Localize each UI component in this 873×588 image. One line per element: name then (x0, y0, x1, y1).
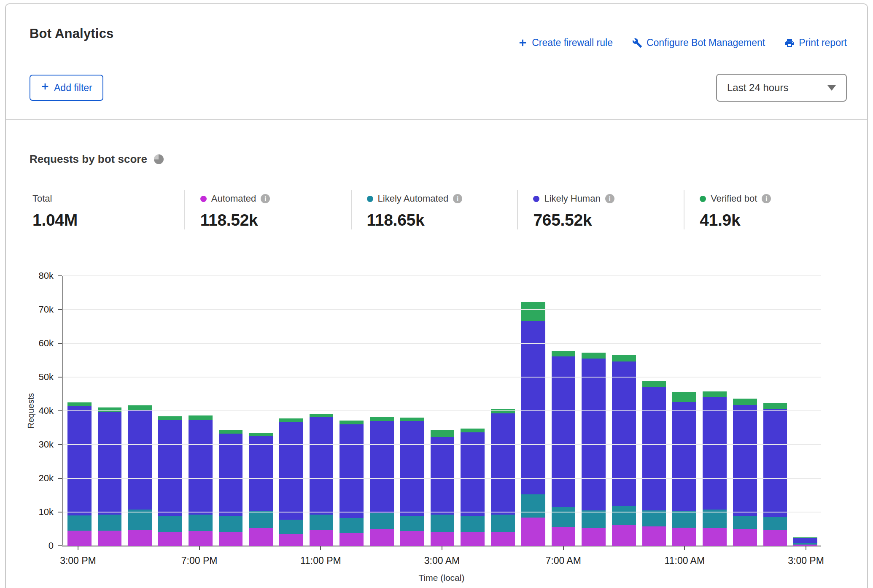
bar-segment-automated (189, 531, 213, 546)
y-tick-label: 10k (16, 507, 54, 518)
bar-segment-likely-automated (340, 518, 364, 532)
info-icon[interactable]: i (605, 194, 614, 203)
bar-segment-likely-automated (672, 511, 696, 527)
stat-value: 1.04M (32, 211, 184, 229)
x-tick-label: 7:00 PM (181, 555, 218, 566)
bar-segment-likely-human (582, 359, 606, 510)
filter-row: Add filter Last 24 hours (30, 74, 847, 102)
bar-segment-likely-automated (552, 507, 576, 527)
bar-segment-verified-bot (128, 405, 152, 410)
stat-value: 118.65k (367, 211, 517, 229)
header-divider (6, 119, 867, 120)
add-filter-button[interactable]: Add filter (30, 75, 103, 101)
plus-icon (40, 82, 50, 94)
bar-segment-verified-bot (733, 399, 757, 405)
y-tick (58, 309, 62, 310)
bar-segment-likely-human (552, 356, 576, 507)
y-tick-label: 50k (16, 372, 54, 383)
plus-icon (518, 38, 528, 48)
bar-segment-automated (98, 531, 122, 546)
y-tick-label: 40k (16, 405, 54, 416)
bar-segment-verified-bot (249, 433, 273, 436)
bar-segment-verified-bot (642, 381, 666, 387)
gridline (63, 478, 821, 479)
bar-segment-automated (703, 528, 727, 546)
stat-automated: Automated i 118.52k (184, 190, 351, 229)
stat-value: 118.52k (200, 211, 351, 229)
info-icon[interactable]: i (762, 194, 771, 203)
bar-segment-verified-bot (703, 391, 727, 397)
requests-chart: Requests 010k20k30k40k50k60k70k80k3:00 P… (62, 276, 821, 546)
bar-segment-likely-automated (582, 510, 606, 528)
bar-segment-likely-human (279, 422, 303, 519)
time-range-value: Last 24 hours (727, 82, 788, 94)
print-report-link[interactable]: Print report (784, 37, 847, 49)
bar-segment-automated (642, 526, 666, 546)
stat-label: Automated (211, 193, 256, 204)
bar-segment-likely-automated (461, 516, 485, 532)
gridline (63, 410, 821, 411)
y-tick (58, 410, 62, 411)
time-range-select[interactable]: Last 24 hours (716, 74, 847, 102)
configure-bot-management-link[interactable]: Configure Bot Management (632, 37, 765, 49)
gridline (63, 309, 821, 310)
stat-label: Total (32, 193, 52, 204)
bar-segment-likely-human (703, 397, 727, 509)
bar-segment-verified-bot (763, 403, 787, 409)
gridline (63, 444, 821, 445)
bot-analytics-card: Bot Analytics Create firewall rule Confi… (5, 3, 868, 588)
stat-likely-human: Likely Human i 765.52k (517, 190, 684, 229)
x-tick (320, 546, 321, 550)
likely-human-legend-dot (533, 196, 539, 202)
bar-segment-likely-automated (219, 516, 243, 532)
bar-segment-likely-automated (158, 516, 182, 532)
bar-segment-likely-human (521, 321, 545, 494)
stat-verified-bot: Verified bot i 41.9k (684, 190, 850, 229)
bar-segment-likely-automated (189, 515, 213, 531)
y-tick (58, 275, 62, 276)
bar-segment-verified-bot (552, 351, 576, 357)
bar-segment-automated (158, 532, 182, 546)
bar-segment-likely-automated (400, 516, 424, 531)
gridline (63, 512, 821, 512)
x-tick-label: 3:00 PM (788, 555, 824, 566)
bar-segment-verified-bot (279, 418, 303, 422)
bar-segment-automated (310, 530, 334, 546)
bar-segment-likely-human (370, 421, 394, 513)
x-tick (199, 546, 200, 550)
bar-segment-likely-human (67, 406, 92, 515)
bar-segment-likely-human (491, 413, 515, 515)
gridline (63, 275, 821, 276)
bar-segment-automated (552, 527, 576, 546)
chevron-down-icon (827, 85, 836, 91)
x-tick-label: 11:00 AM (665, 555, 705, 566)
bar-segment-likely-automated (431, 515, 455, 532)
pie-chart-icon (154, 154, 164, 164)
bar-segment-automated (612, 525, 636, 546)
bar-segment-likely-automated (249, 511, 273, 528)
info-icon[interactable]: i (261, 194, 270, 203)
bar-segment-automated (582, 528, 606, 546)
bar-segment-likely-automated (763, 517, 787, 529)
bar-segment-likely-human (340, 424, 364, 518)
bar-segment-automated (521, 518, 545, 546)
x-tick (563, 546, 564, 550)
bar-segment-likely-human (400, 421, 424, 516)
printer-icon (784, 38, 795, 48)
bar-segment-automated (672, 528, 696, 546)
bar-segment-likely-automated (279, 520, 303, 534)
bar-segment-automated (279, 534, 303, 546)
stat-label: Likely Human (544, 193, 600, 204)
plot-area: 010k20k30k40k50k60k70k80k3:00 PM7:00 PM1… (62, 276, 821, 546)
gridline (63, 377, 821, 378)
stat-likely-automated: Likely Automated i 118.65k (351, 190, 517, 229)
bar-segment-verified-bot (491, 409, 515, 413)
bar-segment-automated (340, 533, 364, 546)
bar-segment-verified-bot (521, 302, 545, 321)
x-tick-label: 7:00 AM (545, 555, 581, 566)
y-tick (58, 444, 62, 445)
bar-segment-verified-bot (67, 402, 92, 406)
info-icon[interactable]: i (453, 194, 462, 203)
create-firewall-rule-link[interactable]: Create firewall rule (518, 37, 613, 49)
bar-segment-likely-human (431, 437, 455, 514)
